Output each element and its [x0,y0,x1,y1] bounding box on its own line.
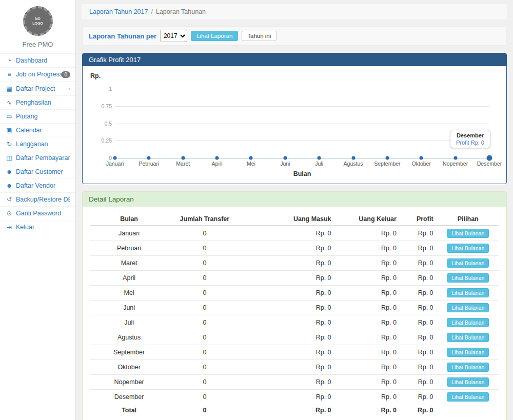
sidebar-item-daftar-customer[interactable]: ☻Daftar Customer [0,165,75,178]
header-bulan: Bulan [90,213,168,226]
tahun-ini-button[interactable]: Tahun ini [242,31,277,41]
cell-jumlah-transfer: 0 [168,330,241,345]
header-profit: Profit [401,213,438,226]
table-row: Pebruari0Rp. 0Rp. 0Rp. 0Lihat Bulanan [90,241,499,256]
cell-pilihan: Lihat Bulanan [438,271,499,286]
dashboard-icon: ◔ [5,57,13,64]
cell-bulan: Desember [90,390,168,405]
cell-uang-masuk: Rp. 0 [242,345,336,360]
sidebar-item-dashboard[interactable]: ◔Dashboard [0,53,75,67]
sidebar-item-langganan[interactable]: ↻Langganan [0,137,75,151]
breadcrumb-link-laporan-tahun[interactable]: Laporan Tahun 2017 [89,8,148,15]
cell-pilihan: Lihat Bulanan [438,315,499,330]
customers-icon: ☻ [5,168,13,175]
data-point-desember[interactable] [487,155,492,161]
data-point-pebruari[interactable] [147,156,151,160]
cell-uang-keluar: Rp. 0 [336,256,401,271]
x-tick-label: Agustus [344,161,363,167]
report-filter-bar: Laporan Tahunan per 2017 Lihat Laporan T… [82,26,507,46]
data-point-april[interactable] [215,156,219,160]
subscription-refresh-icon: ↻ [5,141,13,148]
table-total-row: Total0Rp. 0Rp. 0Rp. 0 [90,404,499,416]
cell-uang-masuk: Rp. 0 [242,390,336,405]
chart-tooltip: Desember Profit Rp: 0 [450,130,490,148]
cell-bulan: Juni [90,301,168,315]
cell-uang-masuk: Rp. 0 [242,375,336,390]
lihat-bulanan-button[interactable]: Lihat Bulanan [447,288,489,297]
backup-refresh-icon: ↺ [5,196,13,203]
header-uang-keluar: Uang Keluar [336,213,401,226]
data-point-mei[interactable] [249,156,253,160]
cell-jumlah-transfer: 0 [168,390,241,405]
data-point-agustus[interactable] [351,156,355,160]
header-jumlah-transfer: Jumlah Transfer [168,213,241,226]
chart-x-axis-label: Bulan [115,170,489,177]
lihat-bulanan-button[interactable]: Lihat Bulanan [447,377,489,387]
lihat-bulanan-button[interactable]: Lihat Bulanan [447,303,489,312]
sidebar-item-keluar[interactable]: ⇥Keluar [0,220,75,234]
cell-bulan: Oktober [90,360,168,375]
x-tick-label: Mei [247,161,255,167]
tasks-icon: ≡ [5,71,13,78]
lihat-bulanan-button[interactable]: Lihat Bulanan [447,229,489,238]
data-point-maret[interactable] [181,156,185,160]
cell-pilihan: Lihat Bulanan [438,256,499,271]
cell-bulan: Januari [90,226,168,241]
cell-uang-masuk: Rp. 0 [242,271,336,286]
lihat-bulanan-button[interactable]: Lihat Bulanan [447,348,489,357]
table-row: Oktober0Rp. 0Rp. 0Rp. 0Lihat Bulanan [90,360,499,375]
report-table-head: Bulan Jumlah Transfer Uang Masuk Uang Ke… [90,213,499,226]
cell-profit: Rp. 0 [401,241,438,256]
sidebar-item-daftar-pembayaran[interactable]: ◫Daftar Pembayaran [0,151,75,165]
sidebar: NO LOGO Free PMO ◔Dashboard≡Job on Progr… [0,0,76,420]
data-point-september[interactable] [385,156,389,160]
sidebar-item-label: Langganan [16,141,48,148]
data-point-januari[interactable] [113,156,117,160]
logo-placeholder-text: NO LOGO [30,16,46,26]
lihat-bulanan-button[interactable]: Lihat Bulanan [447,392,489,402]
lihat-bulanan-button[interactable]: Lihat Bulanan [447,333,489,342]
table-row: Desember0Rp. 0Rp. 0Rp. 0Lihat Bulanan [90,390,499,405]
data-point-juni[interactable] [283,156,287,160]
chart-tooltip-value: Profit Rp: 0 [456,139,484,146]
data-point-juli[interactable] [318,156,321,160]
cell-uang-masuk: Rp. 0 [242,241,336,256]
cell-jumlah-transfer: 0 [168,286,241,301]
sidebar-item-penghasilan[interactable]: ∿Penghasilan [0,95,75,109]
sidebar-item-daftar-vendor[interactable]: ☻Daftar Vendor [0,178,75,192]
data-point-oktober[interactable] [420,156,423,160]
y-tick-label: 0.5 [91,121,112,127]
lihat-laporan-button[interactable]: Lihat Laporan [191,31,238,41]
cell-uang-keluar: Rp. 0 [336,241,401,256]
lihat-bulanan-button[interactable]: Lihat Bulanan [447,273,489,283]
cell-uang-keluar: Rp. 0 [336,271,401,286]
cell-jumlah-transfer: 0 [168,256,241,271]
sidebar-item-ganti-password[interactable]: ⊙Ganti Password [0,206,75,220]
sidebar-item-job-on-progress[interactable]: ≡Job on Progress0 [0,67,75,81]
header-pilihan: Pilihan [438,213,499,226]
cell-jumlah-transfer: 0 [168,360,241,375]
sidebar-item-calendar[interactable]: ▣Calendar [0,123,75,137]
brand: NO LOGO Free PMO [0,0,75,53]
lihat-bulanan-button[interactable]: Lihat Bulanan [447,318,489,327]
y-tick-label: 0.25 [91,137,112,144]
lihat-bulanan-button[interactable]: Lihat Bulanan [447,258,489,268]
lihat-bulanan-button[interactable]: Lihat Bulanan [447,363,489,372]
data-point-nopember[interactable] [453,156,457,160]
cell-profit: Rp. 0 [401,301,438,315]
cell-uang-keluar: Rp. 0 [336,301,401,315]
sidebar-item-piutang[interactable]: ▭Piutang [0,109,75,123]
signout-icon: ⇥ [5,224,13,231]
table-row: September0Rp. 0Rp. 0Rp. 0Lihat Bulanan [90,345,499,360]
chart-y-axis-label: Rp. [90,72,499,82]
cell-profit: Rp. 0 [401,286,438,301]
cell-bulan: Maret [90,256,168,271]
payments-icon: ◫ [5,154,13,162]
cell-jumlah-transfer: 0 [168,226,241,241]
cell-uang-masuk: Rp. 0 [242,315,336,330]
year-select[interactable]: 2017 [160,30,187,42]
lihat-bulanan-button[interactable]: Lihat Bulanan [447,244,489,253]
sidebar-item-daftar-project[interactable]: ▦Daftar Project‹ [0,81,75,95]
sidebar-item-backup-restore-db[interactable]: ↺Backup/Restore DB [0,192,75,206]
cell-pilihan: Lihat Bulanan [438,375,499,390]
